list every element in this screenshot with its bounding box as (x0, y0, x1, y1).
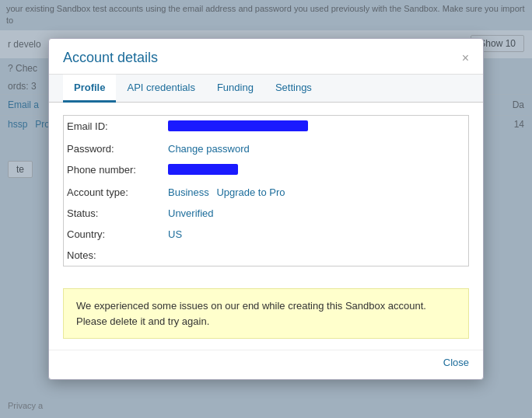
tab-api-credentials[interactable]: API credentials (116, 75, 205, 103)
close-button[interactable]: Close (443, 357, 469, 368)
change-password-link[interactable]: Change password (168, 143, 250, 155)
account-details-modal: Account details × Profile API credential… (48, 38, 484, 380)
field-row-notes: Notes: (64, 245, 468, 266)
phone-label: Phone number: (64, 159, 165, 182)
modal-close-button[interactable]: × (462, 52, 469, 64)
profile-section-border: Email ID: Password: Change password (63, 115, 469, 266)
field-row-phone: Phone number: (64, 159, 468, 182)
profile-fields-table: Email ID: Password: Change password (64, 116, 468, 266)
email-label: Email ID: (64, 116, 165, 138)
notes-value (165, 245, 468, 266)
field-row-email: Email ID: (64, 116, 468, 138)
email-redacted (168, 120, 308, 131)
field-row-country: Country: US (64, 224, 468, 245)
account-type-value: Business Upgrade to Pro (165, 182, 468, 203)
country-value: US (165, 224, 468, 245)
field-row-password: Password: Change password (64, 138, 468, 159)
status-label: Status: (64, 203, 165, 224)
tab-profile[interactable]: Profile (63, 75, 116, 103)
phone-redacted (168, 164, 238, 175)
tabs-bar: Profile API credentials Funding Settings (49, 75, 483, 103)
modal-footer: Close (49, 350, 483, 379)
upgrade-to-pro-link[interactable]: Upgrade to Pro (216, 186, 285, 198)
modal-body: Email ID: Password: Change password (49, 103, 483, 288)
account-type-text: Business (168, 186, 209, 198)
password-label: Password: (64, 138, 165, 159)
country-label: Country: (64, 224, 165, 245)
phone-value (165, 159, 468, 182)
status-value: Unverified (165, 203, 468, 224)
notes-label: Notes: (64, 245, 165, 266)
account-type-label: Account type: (64, 182, 165, 203)
tab-settings[interactable]: Settings (264, 75, 323, 103)
warning-box: We experienced some issues on our end wh… (63, 288, 469, 339)
field-row-status: Status: Unverified (64, 203, 468, 224)
modal-header: Account details × (49, 39, 483, 75)
email-value (165, 116, 468, 138)
modal-overlay: Account details × Profile API credential… (0, 0, 532, 418)
password-value: Change password (165, 138, 468, 159)
tab-funding[interactable]: Funding (206, 75, 264, 103)
modal-title: Account details (63, 50, 158, 66)
field-row-account-type: Account type: Business Upgrade to Pro (64, 182, 468, 203)
